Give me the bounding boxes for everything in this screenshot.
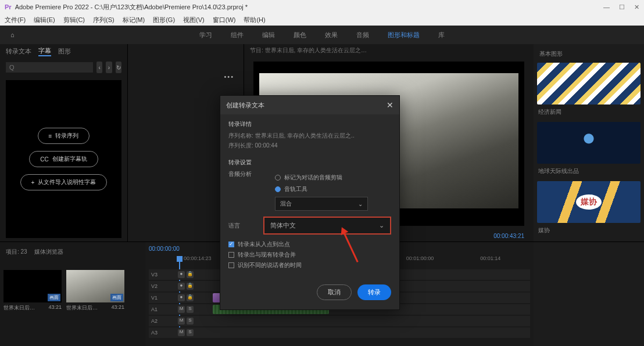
menu-graphics[interactable]: 图形(G) [153, 16, 175, 24]
audio-meter-panel [534, 242, 644, 346]
window-title: Adobe Premiere Pro 2022 - C:\用户\123\文档\A… [15, 3, 603, 12]
template-thumb[interactable] [537, 122, 641, 164]
radio-dialogue-clips[interactable] [275, 175, 281, 181]
template-thumb[interactable] [537, 63, 641, 104]
window-titlebar: Pr Adobe Premiere Pro 2022 - C:\用户\123\文… [0, 0, 644, 14]
essential-graphics-panel: 基本图形 经济新闻 地球天际线出品 媒协 [534, 44, 644, 242]
prev-btn[interactable]: ‹ [96, 62, 102, 73]
minimize-icon[interactable]: — [603, 3, 610, 11]
eg-tab[interactable]: 基本图形 [537, 48, 641, 60]
plus-icon: + [31, 179, 35, 186]
tab-transcript[interactable]: 转录文本 [6, 47, 31, 56]
seq-duration-label: 序列长度: 00:00:44 [228, 142, 391, 150]
create-caption-button[interactable]: CC创建新字幕轨 [29, 151, 98, 167]
section-settings: 转录设置 [228, 158, 391, 167]
menu-file[interactable]: 文件(F) [5, 16, 26, 24]
maximize-icon[interactable]: ☐ [619, 3, 625, 11]
template-label: 媒协 [537, 225, 641, 238]
template-thumb[interactable] [537, 181, 641, 223]
program-tab[interactable]: 节目: 世界末日后, 幸存的人类生活在云层之… [244, 44, 534, 57]
menubar: 文件(F) 编辑(E) 剪辑(C) 序列(S) 标记(M) 图形(G) 视图(V… [0, 14, 644, 26]
ws-tab-library[interactable]: 库 [438, 31, 445, 39]
menu-window[interactable]: 窗口(W) [213, 16, 236, 24]
home-icon[interactable]: ⌂ [10, 31, 15, 38]
ws-tab-edit[interactable]: 编辑 [262, 31, 275, 39]
create-transcript-dialog: 创建转录文本 ✕ 转录详情 序列名称: 世界末日后, 幸存的人类生活在云层之..… [220, 95, 400, 310]
tab-graphics[interactable]: 图形 [58, 47, 71, 56]
tab-captions[interactable]: 字幕 [38, 46, 51, 56]
project-panel: 项目: 23 媒体浏览器 画面 世界末日后…43:21 画面 世界末日后…43:… [0, 242, 145, 346]
menu-view[interactable]: 视图(V) [183, 16, 205, 24]
refresh-icon[interactable]: ↻ [116, 62, 121, 73]
dialog-close-icon[interactable]: ✕ [387, 100, 393, 110]
track-a3[interactable]: A3MS [149, 327, 530, 338]
check-in-out[interactable] [228, 242, 234, 247]
menu-help[interactable]: 帮助(H) [244, 16, 265, 24]
menu-edit[interactable]: 编辑(E) [34, 16, 55, 24]
wave-icon: ≡ [49, 133, 52, 139]
cc-icon: CC [40, 156, 48, 163]
chevron-down-icon: ⌄ [358, 201, 363, 207]
more-icon[interactable]: ••• [224, 73, 234, 80]
language-label: 语言 [228, 222, 252, 230]
project-item[interactable]: 画面 世界末日后…43:21 [3, 270, 62, 312]
template-label: 经济新闻 [537, 107, 641, 120]
import-caption-button[interactable]: +从文件导入说明性字幕 [20, 174, 108, 190]
pr-logo-icon: Pr [5, 3, 12, 10]
radio-audio-track[interactable] [275, 186, 281, 192]
ws-tab-assembly[interactable]: 组件 [231, 31, 244, 39]
audio-analysis-label: 音频分析 [228, 170, 269, 178]
timeline-playhead[interactable]: 00:00:00:00 [149, 246, 180, 252]
menu-sequence[interactable]: 序列(S) [93, 16, 115, 24]
next-btn[interactable]: › [106, 62, 112, 73]
close-icon[interactable]: ✕ [634, 3, 639, 11]
ws-tab-audio[interactable]: 音频 [356, 31, 369, 39]
transcribe-button[interactable]: ≡转录序列 [38, 128, 90, 144]
media-browser-tab[interactable]: 媒体浏览器 [34, 248, 63, 256]
seq-name-label: 序列名称: 世界末日后, 幸存的人类生活在云层之.. [228, 132, 391, 140]
menu-marker[interactable]: 标记(M) [123, 16, 145, 24]
project-item[interactable]: 画面 世界末日后…43:21 [66, 270, 124, 312]
check-merge[interactable] [228, 252, 234, 258]
language-dropdown[interactable]: 简体中文 ⌄ [263, 217, 391, 235]
project-tab[interactable]: 项目: 23 [6, 248, 27, 256]
ws-tab-graphics[interactable]: 图形和标题 [388, 31, 420, 39]
ws-tab-learn[interactable]: 学习 [199, 31, 212, 39]
duration-time: 00:00:43:21 [493, 233, 524, 239]
ws-tab-color[interactable]: 颜色 [294, 31, 306, 39]
cancel-button[interactable]: 取消 [317, 284, 352, 300]
dialog-title: 创建转录文本 [226, 101, 264, 110]
section-details: 转录详情 [228, 120, 391, 128]
menu-clip[interactable]: 剪辑(C) [63, 16, 85, 24]
workspace-tab-row: ⌂ 学习 组件 编辑 颜色 效果 音频 图形和标题 库 [0, 26, 644, 44]
track-a2[interactable]: A2MS [149, 316, 530, 326]
ws-tab-effects[interactable]: 效果 [325, 31, 338, 39]
chevron-down-icon: ⌄ [379, 222, 384, 229]
check-speakers[interactable] [228, 262, 234, 268]
transcribe-button[interactable]: 转录 [357, 284, 391, 300]
search-input[interactable] [6, 62, 93, 73]
mix-dropdown[interactable]: 混合⌄ [275, 197, 368, 211]
text-panel: 转录文本 字幕 图形 ‹ › ↻ ≡转录序列 CC创建新字幕轨 +从文件导入说明… [0, 44, 128, 242]
template-label: 地球天际线出品 [537, 166, 641, 179]
